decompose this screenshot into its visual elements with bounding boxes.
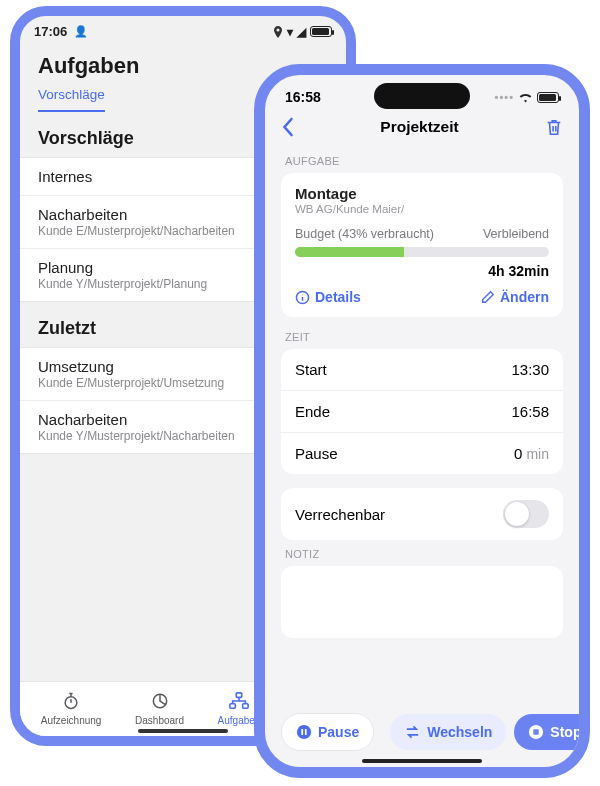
- wifi-icon: ▾: [287, 25, 293, 39]
- location-icon: [273, 26, 283, 38]
- billable-label: Verrechenbar: [295, 506, 385, 523]
- row-start[interactable]: Start 13:30: [281, 349, 563, 391]
- budget-progress-fill: [295, 247, 404, 257]
- iphone-frame: 16:58 •••• Projektzeit AUFGABE Montage W…: [254, 64, 590, 778]
- section-caption-task: AUFGABE: [281, 147, 563, 173]
- pause-unit: min: [526, 446, 549, 462]
- status-time: 16:58: [285, 89, 321, 105]
- home-indicator: [362, 759, 482, 763]
- status-time: 17:06: [34, 24, 67, 39]
- header-title: Projektzeit: [380, 118, 458, 136]
- battery-icon: [537, 92, 559, 103]
- nav-recording[interactable]: Aufzeichnung: [41, 690, 102, 726]
- svg-rect-3: [230, 704, 235, 709]
- row-end[interactable]: Ende 16:58: [281, 391, 563, 433]
- svg-rect-2: [236, 693, 241, 698]
- pause-icon: [296, 724, 312, 740]
- svg-rect-10: [534, 729, 539, 734]
- row-billable: Verrechenbar: [281, 488, 563, 540]
- pause-label: Pause: [295, 445, 338, 462]
- task-card: Montage WB AG/Kunde Maier/ Budget (43% v…: [281, 173, 563, 317]
- pause-button[interactable]: Pause: [281, 713, 374, 751]
- tab-suggestions[interactable]: Vorschläge: [38, 87, 105, 112]
- screen-header: Projektzeit: [265, 111, 579, 147]
- note-input[interactable]: [281, 566, 563, 638]
- svg-point-6: [297, 725, 311, 739]
- android-nav-indicator: [138, 729, 228, 733]
- remaining-value: 4h 32min: [488, 263, 549, 279]
- info-icon: [295, 290, 310, 305]
- budget-label: Budget (43% verbraucht): [295, 227, 434, 241]
- start-value: 13:30: [511, 361, 549, 378]
- row-pause[interactable]: Pause 0min: [281, 433, 563, 474]
- end-label: Ende: [295, 403, 330, 420]
- budget-progress-bar: [295, 247, 549, 257]
- stopwatch-icon: [60, 690, 82, 712]
- delete-button[interactable]: [545, 117, 563, 137]
- wifi-icon: [518, 92, 533, 103]
- stop-icon: [528, 724, 544, 740]
- end-value: 16:58: [511, 403, 549, 420]
- task-title: Montage: [295, 185, 549, 202]
- signal-icon: ◢: [297, 25, 306, 39]
- battery-icon: [310, 26, 332, 37]
- remaining-label: Verbleibend: [483, 227, 549, 241]
- pause-value: 0: [514, 445, 522, 462]
- billable-toggle[interactable]: [503, 500, 549, 528]
- nav-label: Dashboard: [135, 715, 184, 726]
- pie-chart-icon: [149, 690, 171, 712]
- cellular-icon: ••••: [495, 91, 514, 103]
- user-icon: 👤: [74, 25, 88, 37]
- android-status-bar: 17:06 👤 ▾ ◢: [20, 16, 346, 43]
- nav-dashboard[interactable]: Dashboard: [135, 690, 184, 726]
- dynamic-island: [374, 83, 470, 109]
- action-bar: Pause Wechseln Stop: [281, 713, 563, 751]
- time-card: Start 13:30 Ende 16:58 Pause 0min: [281, 349, 563, 474]
- section-caption-note: NOTIZ: [281, 540, 563, 566]
- svg-rect-8: [305, 729, 307, 735]
- swap-icon: [404, 724, 421, 740]
- change-link[interactable]: Ändern: [481, 289, 549, 305]
- sitemap-icon: [228, 690, 250, 712]
- pencil-icon: [481, 290, 495, 304]
- details-link[interactable]: Details: [295, 289, 361, 305]
- section-caption-time: ZEIT: [281, 323, 563, 349]
- nav-label: Aufzeichnung: [41, 715, 102, 726]
- switch-button[interactable]: Wechseln: [390, 714, 506, 750]
- svg-rect-4: [243, 704, 248, 709]
- start-label: Start: [295, 361, 327, 378]
- task-path: WB AG/Kunde Maier/: [295, 203, 549, 215]
- svg-rect-7: [301, 729, 303, 735]
- back-button[interactable]: [281, 117, 294, 137]
- stop-button[interactable]: Stop: [514, 714, 590, 750]
